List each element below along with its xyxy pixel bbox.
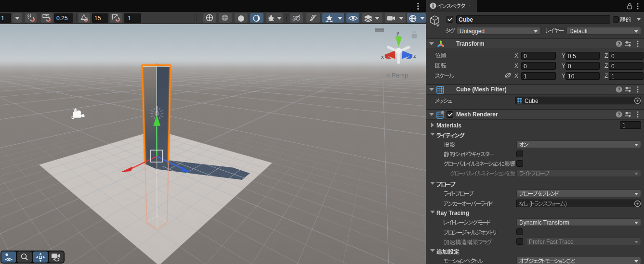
- svg-text:?: ?: [618, 87, 620, 92]
- svg-text:?: ?: [618, 41, 620, 47]
- svg-text:?: ?: [618, 112, 620, 117]
